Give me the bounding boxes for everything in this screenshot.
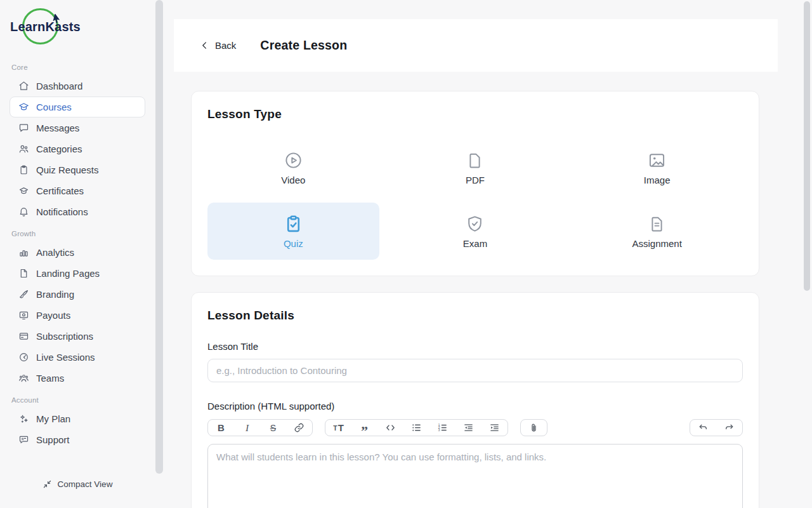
main-content: Back Create Lesson Lesson Type Video PDF… xyxy=(155,0,812,508)
bell-icon xyxy=(18,206,29,217)
lesson-type-label: Video xyxy=(281,175,305,185)
lesson-type-exam[interactable]: Exam xyxy=(390,203,561,260)
cursor-icon xyxy=(52,14,62,24)
lesson-type-pdf[interactable]: PDF xyxy=(390,139,561,196)
sidebar-item-certificates[interactable]: Certificates xyxy=(10,180,145,201)
lesson-type-label: Image xyxy=(644,175,671,185)
outdent-icon xyxy=(463,422,474,433)
sidebar-item-categories[interactable]: Categories xyxy=(10,138,145,159)
pdf-file-icon xyxy=(465,150,485,170)
sidebar-item-support[interactable]: Support xyxy=(10,429,145,450)
lesson-type-quiz[interactable]: Quiz xyxy=(207,203,379,260)
undo-button[interactable] xyxy=(690,420,716,436)
lesson-type-label: PDF xyxy=(466,175,485,185)
collapse-icon xyxy=(43,479,52,489)
sidebar-item-label: My Plan xyxy=(36,413,70,424)
lesson-type-card: Lesson Type Video PDF Image Quiz xyxy=(191,91,759,276)
lesson-type-assignment[interactable]: Assignment xyxy=(571,203,743,260)
lesson-type-heading: Lesson Type xyxy=(207,107,743,121)
lesson-details-card: Lesson Details Lesson Title Description … xyxy=(191,292,759,508)
graduation-cap-icon xyxy=(18,102,29,112)
sidebar-item-label: Certificates xyxy=(36,185,84,196)
clipboard-check-icon xyxy=(284,214,303,234)
payout-monitor-icon xyxy=(18,310,29,321)
code-icon xyxy=(385,422,396,433)
indent-icon xyxy=(489,422,500,433)
strikethrough-button[interactable]: S xyxy=(260,420,286,436)
undo-icon xyxy=(698,422,709,433)
ordered-list-button[interactable]: 123 xyxy=(429,420,455,436)
brand-name: LearnKasts xyxy=(10,20,81,34)
bar-chart-icon xyxy=(18,247,29,258)
heading-button[interactable]: TT xyxy=(325,420,351,436)
sidebar-item-label: Courses xyxy=(36,102,72,112)
shield-check-icon xyxy=(465,214,485,234)
image-icon xyxy=(647,150,667,170)
chat-bubble-icon xyxy=(18,123,29,133)
sidebar-item-label: Categories xyxy=(36,144,82,154)
clipboard-icon xyxy=(18,164,29,175)
lesson-type-label: Exam xyxy=(463,238,487,249)
description-label: Description (HTML supported) xyxy=(207,401,743,411)
page-scrollbar[interactable] xyxy=(804,1,810,291)
file-text-icon xyxy=(647,214,667,234)
sidebar: LearnKasts Core Dashboard Courses Messag… xyxy=(0,0,155,508)
page-title: Create Lesson xyxy=(260,38,347,53)
sidebar-item-quiz-requests[interactable]: Quiz Requests xyxy=(10,159,145,180)
indent-button[interactable] xyxy=(481,420,508,436)
sidebar-item-notifications[interactable]: Notifications xyxy=(10,201,145,222)
support-chat-icon xyxy=(18,434,29,445)
compact-view-toggle[interactable]: Compact View xyxy=(0,468,155,508)
sidebar-item-dashboard[interactable]: Dashboard xyxy=(10,76,145,97)
code-button[interactable] xyxy=(377,420,403,436)
sidebar-item-label: Subscriptions xyxy=(36,331,93,342)
heading-big-t: T xyxy=(338,422,344,433)
cards-column: Lesson Type Video PDF Image Quiz xyxy=(191,91,759,508)
sidebar-item-label: Support xyxy=(36,434,70,445)
lesson-type-image[interactable]: Image xyxy=(571,139,743,196)
sidebar-section-account: Account xyxy=(11,396,155,404)
bold-button[interactable]: B xyxy=(208,420,234,436)
attach-file-button[interactable] xyxy=(521,420,547,436)
redo-button[interactable] xyxy=(716,420,742,436)
bullet-list-button[interactable] xyxy=(403,420,429,436)
sidebar-item-branding[interactable]: Branding xyxy=(10,284,145,305)
link-button[interactable] xyxy=(286,420,312,436)
brand-logo[interactable]: LearnKasts xyxy=(0,0,155,56)
italic-button[interactable]: I xyxy=(234,420,260,436)
sidebar-item-messages[interactable]: Messages xyxy=(10,117,145,138)
sidebar-item-my-plan[interactable]: My Plan xyxy=(10,408,145,429)
sidebar-item-payouts[interactable]: Payouts xyxy=(10,305,145,326)
sidebar-item-analytics[interactable]: Analytics xyxy=(10,242,145,263)
sidebar-item-teams[interactable]: Teams xyxy=(10,368,145,389)
users-icon xyxy=(18,144,29,154)
outdent-button[interactable] xyxy=(455,420,481,436)
sidebar-item-label: Quiz Requests xyxy=(36,164,98,175)
block-format-group: TT ” 123 xyxy=(325,419,508,436)
sidebar-item-label: Live Sessions xyxy=(36,352,95,363)
team-icon xyxy=(18,373,29,384)
lesson-title-input[interactable] xyxy=(207,359,743,382)
sidebar-item-label: Messages xyxy=(36,123,79,133)
page-header: Back Create Lesson xyxy=(174,19,778,72)
sidebar-item-label: Teams xyxy=(36,373,64,384)
sidebar-item-landing-pages[interactable]: Landing Pages xyxy=(10,263,145,284)
blockquote-button[interactable]: ” xyxy=(351,420,377,436)
back-button[interactable]: Back xyxy=(200,40,236,51)
bullet-list-icon xyxy=(411,422,422,433)
sidebar-item-subscriptions[interactable]: Subscriptions xyxy=(10,326,145,347)
sidebar-item-courses[interactable]: Courses xyxy=(10,97,145,117)
description-textarea[interactable] xyxy=(207,444,743,508)
lesson-type-video[interactable]: Video xyxy=(207,139,379,196)
link-icon xyxy=(294,422,304,433)
ordered-list-icon: 123 xyxy=(437,422,448,433)
credit-card-icon xyxy=(18,331,29,342)
sidebar-scrollbar[interactable] xyxy=(155,0,163,474)
sidebar-item-live-sessions[interactable]: Live Sessions xyxy=(10,347,145,368)
lesson-details-heading: Lesson Details xyxy=(207,309,743,323)
history-group xyxy=(690,419,743,436)
back-label: Back xyxy=(215,40,236,51)
sparkles-icon xyxy=(18,413,29,424)
paperclip-icon xyxy=(528,422,539,433)
play-circle-icon xyxy=(284,150,303,170)
